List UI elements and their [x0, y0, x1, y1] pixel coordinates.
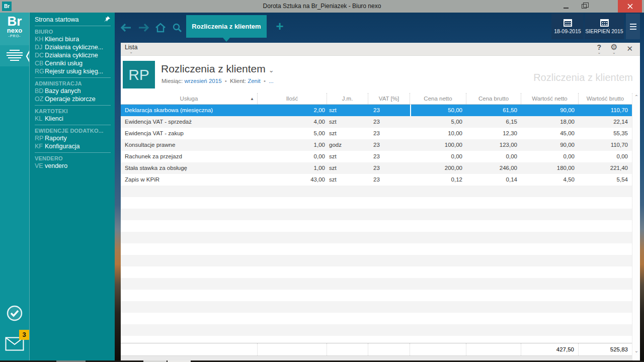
close-panel-icon: ✕ [626, 44, 633, 53]
column-header-cena-netto[interactable]: Cena netto [410, 93, 466, 104]
sidebar-divider [35, 77, 111, 78]
client-filter-value[interactable]: Zenit [248, 78, 261, 84]
main-panel: Lista ⌄ ?⌄ ⚙⌄ ✕ RP Rozliczenia z kliente… [121, 43, 640, 360]
sidebar-section-biuro: BIURO [35, 28, 115, 35]
filter-bar: Miesiąc: wrzesień 2015 • Klient: Zenit •… [162, 78, 274, 84]
app-logo: Br nexo -PRO- [0, 13, 29, 47]
column-header-cena-brutto[interactable]: Cena brutto [466, 93, 521, 104]
summary-row: 427,50 525,83 [121, 343, 632, 355]
sidebar-item-vendero[interactable]: VEvendero [35, 162, 115, 170]
table-row[interactable]: Konsultacje prawne1,00godz23100,00123,00… [121, 139, 632, 151]
forward-icon[interactable] [138, 24, 149, 32]
home-icon[interactable] [155, 23, 166, 33]
month-button[interactable]: SIERPIEŃ 2015 [585, 14, 624, 39]
minimize-button[interactable] [557, 0, 574, 13]
chevron-down-icon: ⌄ [612, 51, 616, 54]
sidebar-item-rejestr-uslug[interactable]: RGRejestr usług księg... [35, 67, 115, 75]
sidebar-item-dzialania-cykliczne-dj[interactable]: DJDziałania cykliczne... [35, 43, 115, 51]
table-row[interactable]: Ewidencja VAT - sprzedaż4,00szt235,006,1… [121, 116, 632, 128]
client-filter-label: Klient: [230, 78, 246, 84]
column-header-usluga[interactable]: Usługa▲ [121, 93, 258, 104]
panel-header: RP Rozliczenia z klientem⌄ Miesiąc: wrze… [121, 56, 640, 93]
table-header-row: Usługa▲ Ilość J.m. VAT [%] Cena netto Ce… [121, 93, 632, 105]
minimize-icon [564, 8, 569, 9]
date-button[interactable]: 18-09-2015 [551, 14, 584, 39]
sidebar-divider [35, 152, 111, 153]
menu-lista[interactable]: Lista ⌄ [125, 44, 137, 54]
column-header-wartosc-netto[interactable]: Wartość netto [521, 93, 579, 104]
sidebar-item-operacje-zbiorcze[interactable]: OZOperacje zbiorcze [35, 95, 115, 103]
column-header-vat[interactable]: VAT [%] [368, 93, 410, 104]
pin-icon[interactable] [104, 16, 111, 23]
chevron-down-icon: ⌄ [129, 51, 133, 54]
sidebar-section-ewidencje: EWIDENCJE DODATKO... [35, 127, 115, 134]
services-table: Usługa▲ Ilość J.m. VAT [%] Cena netto Ce… [121, 93, 632, 186]
panel-menubar: Lista ⌄ ?⌄ ⚙⌄ ✕ [121, 43, 640, 56]
app-icon: Br [2, 2, 12, 11]
panel-watermark: Rozliczenia z klientem [533, 72, 633, 83]
horizontal-scrollbar[interactable] [121, 355, 632, 360]
tasks-status-button[interactable] [0, 305, 29, 322]
module-badge: RP [123, 61, 155, 88]
sidebar-divider [35, 125, 111, 125]
table-row[interactable]: Ewidencja VAT - zakup5,00szt2310,0012,30… [121, 128, 632, 139]
sidebar-divider [35, 26, 111, 26]
empty-rows-area [121, 186, 632, 343]
table-row[interactable]: Zapis w KPiR43,00szt230,120,144,505,54 [121, 174, 632, 186]
restore-icon [582, 4, 587, 9]
sidebar-item-dzialania-cykliczne-dc[interactable]: DCDziałania cykliczne [35, 51, 115, 59]
column-header-jm[interactable]: J.m. [327, 93, 368, 104]
close-button[interactable] [618, 0, 642, 13]
search-icon[interactable] [172, 23, 182, 33]
menu-icon [630, 24, 636, 25]
summary-gross-value: 525,83 [579, 343, 632, 355]
messages-count-badge: 3 [19, 330, 29, 340]
close-icon [627, 4, 633, 9]
table-row[interactable]: Stała stawka za obsługę1,00szt23200,0024… [121, 162, 632, 174]
tab-rozliczenia-z-klientem[interactable]: Rozliczenia z klientem [186, 15, 267, 38]
summary-net-value: 427,50 [521, 343, 579, 355]
hamburger-icon [7, 50, 23, 62]
sidebar-menu: Strona startowa BIURO KHKlienci biura DJ… [29, 13, 115, 360]
month-filter-value[interactable]: wrzesień 2015 [184, 78, 221, 84]
table-row[interactable]: Rachunek za przejazd0,00szt230,000,000,0… [121, 151, 632, 162]
sidebar-item-bazy-danych[interactable]: BDBazy danych [35, 87, 115, 95]
sort-asc-icon: ▲ [250, 93, 254, 104]
settings-button[interactable]: ⚙⌄ [610, 43, 617, 54]
vertical-scrollbar[interactable]: ⌃ ⌄ [632, 93, 640, 360]
chevron-down-icon: ⌄ [269, 66, 274, 74]
tab-pointer [223, 38, 230, 42]
page-title[interactable]: Rozliczenia z klientem⌄ [161, 63, 274, 75]
scrollbar-down-icon[interactable]: ⌄ [633, 348, 639, 353]
new-tab-button[interactable]: + [274, 16, 285, 36]
sidebar-section-administracja: ADMINISTRACJA [35, 80, 115, 87]
window-titlebar: Br Dorota Sztuka na Br_Pieniazek - Biuro… [0, 0, 644, 13]
chevron-down-icon: ⌄ [597, 51, 601, 54]
month-filter-label: Miesiąc: [162, 78, 183, 84]
app-menu-button[interactable] [626, 14, 640, 39]
table-row[interactable]: Deklaracja skarbowa (miesięczna)2,00szt2… [121, 105, 632, 116]
scrollbar-up-icon[interactable]: ⌃ [633, 94, 639, 100]
help-button[interactable]: ?⌄ [597, 43, 602, 54]
sidebar-section-vendero: VENDERO [35, 155, 115, 162]
sidebar-item-konfiguracja[interactable]: KFKonfiguracja [35, 142, 115, 150]
close-panel-button[interactable]: ✕ [626, 43, 633, 54]
more-filters-link[interactable]: ... [269, 78, 274, 84]
sidebar-divider [35, 105, 111, 106]
sidebar-item-klienci[interactable]: KLKlienci [35, 115, 115, 123]
sidebar-item-strona-startowa[interactable]: Strona startowa [35, 16, 79, 24]
sidebar-rail: Br nexo -PRO- 3 [0, 13, 29, 360]
column-header-wartosc-brutto[interactable]: Wartość brutto [579, 93, 632, 104]
back-icon[interactable] [121, 24, 132, 32]
calendar-icon [600, 19, 609, 27]
check-circle-icon [6, 305, 23, 322]
column-header-ilosc[interactable]: Ilość [258, 93, 327, 104]
sidebar-item-klienci-biura[interactable]: KHKlienci biura [35, 35, 115, 43]
sidebar-item-raporty[interactable]: RPRaporty [35, 134, 115, 142]
window-title: Dorota Sztuka na Br_Pieniazek - Biuro ne… [0, 0, 644, 13]
sidebar-item-cenniki-uslug[interactable]: CBCenniki usług [35, 59, 115, 67]
calendar-icon [564, 19, 572, 27]
sidebar-section-kartoteki: KARTOTEKI [35, 108, 115, 115]
restore-button[interactable] [576, 0, 592, 13]
